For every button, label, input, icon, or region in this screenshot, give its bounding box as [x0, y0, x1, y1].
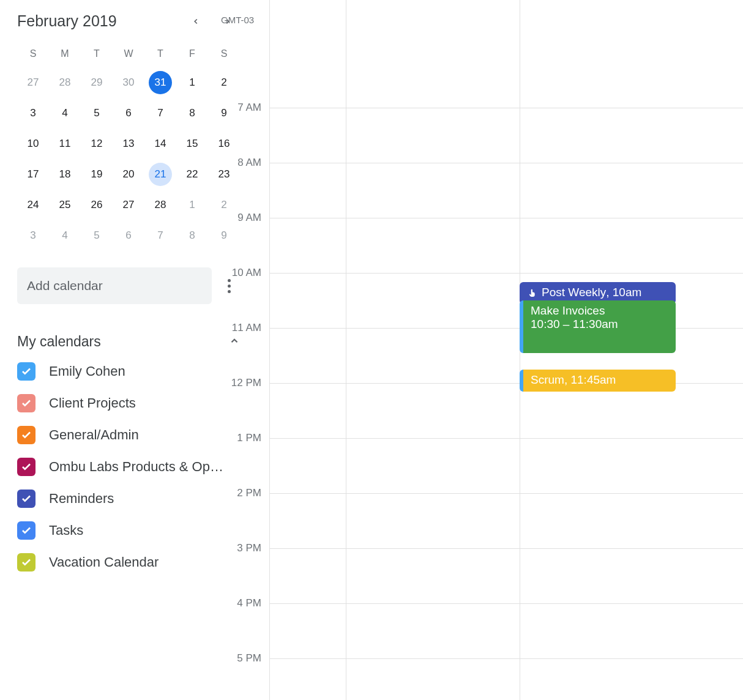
mini-calendar-day[interactable]: 23 — [208, 161, 240, 188]
calendar-label: General/Admin — [49, 427, 139, 443]
column-separator — [346, 0, 346, 700]
calendar-list: Emily CohenClient ProjectsGeneral/AdminO… — [17, 362, 240, 572]
timezone-label: GMT-03 — [221, 15, 254, 25]
mini-calendar-day[interactable]: 30 — [113, 69, 144, 96]
event-title: Scrum — [531, 373, 564, 386]
calendar-checkbox[interactable] — [17, 426, 35, 444]
hour-line — [270, 438, 743, 439]
calendar-item[interactable]: Ombu Labs Products & Op… — [17, 458, 240, 476]
mini-calendar-day[interactable]: 9 — [208, 100, 240, 127]
mini-calendar-day[interactable]: 4 — [49, 222, 81, 249]
calendar-item[interactable]: Reminders — [17, 490, 240, 508]
mini-calendar-day[interactable]: 13 — [113, 130, 144, 157]
day-of-week-header: S — [17, 42, 49, 65]
mini-calendar-day[interactable]: 6 — [113, 222, 144, 249]
mini-calendar-grid: SMTWTFS272829303112345678910111213141516… — [17, 42, 240, 249]
mini-calendar-day[interactable]: 20 — [113, 161, 144, 188]
day-of-week-header: T — [144, 42, 176, 65]
mini-calendar-day[interactable]: 22 — [176, 161, 208, 188]
day-of-week-header: S — [208, 42, 240, 65]
mini-calendar-day[interactable]: 27 — [113, 192, 144, 218]
mini-calendar-day[interactable]: 28 — [144, 192, 176, 218]
calendar-item[interactable]: Vacation Calendar — [17, 553, 240, 572]
mini-calendar-day[interactable]: 9 — [208, 222, 240, 249]
mini-calendar-day[interactable]: 31 — [144, 69, 176, 96]
add-calendar-input[interactable] — [17, 267, 212, 304]
calendar-item[interactable]: Client Projects — [17, 394, 240, 412]
calendar-item[interactable]: General/Admin — [17, 426, 240, 444]
check-icon — [21, 493, 32, 504]
calendar-checkbox[interactable] — [17, 362, 35, 381]
mini-calendar-title: February 2019 — [17, 12, 117, 30]
calendar-label: Ombu Labs Products & Op… — [49, 459, 223, 475]
chevron-up-icon — [229, 335, 240, 349]
hour-label: 7 AM — [237, 102, 261, 114]
mini-calendar-day[interactable]: 7 — [144, 100, 176, 127]
calendar-label: Reminders — [49, 491, 114, 507]
mini-calendar-day[interactable]: 7 — [144, 222, 176, 249]
hour-label: 4 PM — [237, 597, 261, 609]
hour-line — [270, 493, 743, 494]
my-calendars-toggle[interactable]: My calendars — [17, 333, 240, 350]
calendar-options-button[interactable] — [218, 279, 240, 293]
mini-calendar-day[interactable]: 2 — [208, 192, 240, 218]
mini-calendar-day[interactable]: 26 — [81, 192, 113, 218]
hour-label: 2 PM — [237, 487, 261, 499]
hour-line — [270, 603, 743, 604]
mini-calendar-day[interactable]: 25 — [49, 192, 81, 218]
mini-calendar-day[interactable]: 8 — [176, 100, 208, 127]
day-of-week-header: F — [176, 42, 208, 65]
chevron-left-icon — [192, 17, 200, 26]
mini-calendar-day[interactable]: 6 — [113, 100, 144, 127]
mini-calendar-day[interactable]: 27 — [17, 69, 49, 96]
mini-calendar-day[interactable]: 19 — [81, 161, 113, 188]
mini-calendar-day[interactable]: 17 — [17, 161, 49, 188]
hour-line — [270, 108, 743, 108]
mini-calendar-day[interactable]: 1 — [176, 69, 208, 96]
calendar-checkbox[interactable] — [17, 458, 35, 476]
mini-calendar-day[interactable]: 3 — [17, 100, 49, 127]
more-vert-icon — [228, 279, 231, 282]
mini-calendar-day[interactable]: 29 — [81, 69, 113, 96]
calendar-label: Tasks — [49, 523, 83, 538]
event-time: 10:30 – 11:30am — [531, 318, 668, 331]
mini-calendar-day[interactable]: 18 — [49, 161, 81, 188]
mini-calendar-day[interactable]: 8 — [176, 222, 208, 249]
mini-calendar-day[interactable]: 21 — [144, 161, 176, 188]
hour-line — [270, 658, 743, 659]
prev-month-button[interactable] — [187, 13, 204, 30]
day-view[interactable]: GMT-03 7 AM8 AM9 AM10 AM11 AM12 PM1 PM2 … — [269, 0, 743, 700]
hour-label: 11 AM — [232, 322, 261, 334]
mini-calendar-day[interactable]: 12 — [81, 130, 113, 157]
mini-calendar-day[interactable]: 11 — [49, 130, 81, 157]
calendar-event[interactable]: Scrum, 11:45am — [520, 370, 676, 392]
check-icon — [21, 461, 32, 472]
mini-calendar-day[interactable]: 4 — [49, 100, 81, 127]
calendar-item[interactable]: Tasks — [17, 521, 240, 540]
mini-calendar-day[interactable]: 16 — [208, 130, 240, 157]
mini-calendar-day[interactable]: 5 — [81, 100, 113, 127]
mini-calendar-day[interactable]: 2 — [208, 69, 240, 96]
mini-calendar-day[interactable]: 28 — [49, 69, 81, 96]
mini-calendar-day[interactable]: 1 — [176, 192, 208, 218]
mini-calendar-day[interactable]: 10 — [17, 130, 49, 157]
event-time: , 10am — [606, 286, 641, 299]
calendar-event[interactable]: Make Invoices10:30 – 11:30am — [520, 300, 676, 353]
check-icon — [21, 398, 32, 409]
mini-calendar-day[interactable]: 24 — [17, 192, 49, 218]
mini-calendar-day[interactable]: 5 — [81, 222, 113, 249]
calendar-item[interactable]: Emily Cohen — [17, 362, 240, 381]
calendar-checkbox[interactable] — [17, 490, 35, 508]
hour-label: 9 AM — [237, 212, 261, 224]
mini-calendar-day[interactable]: 14 — [144, 130, 176, 157]
hour-label: 5 PM — [237, 652, 261, 665]
hour-label: 8 AM — [237, 157, 261, 169]
calendar-label: Emily Cohen — [49, 363, 125, 379]
mini-calendar-day[interactable]: 15 — [176, 130, 208, 157]
mini-calendar-day[interactable]: 3 — [17, 222, 49, 249]
hour-label: 12 PM — [231, 377, 261, 389]
calendar-checkbox[interactable] — [17, 521, 35, 540]
calendar-checkbox[interactable] — [17, 394, 35, 412]
day-of-week-header: M — [49, 42, 81, 65]
calendar-checkbox[interactable] — [17, 553, 35, 572]
